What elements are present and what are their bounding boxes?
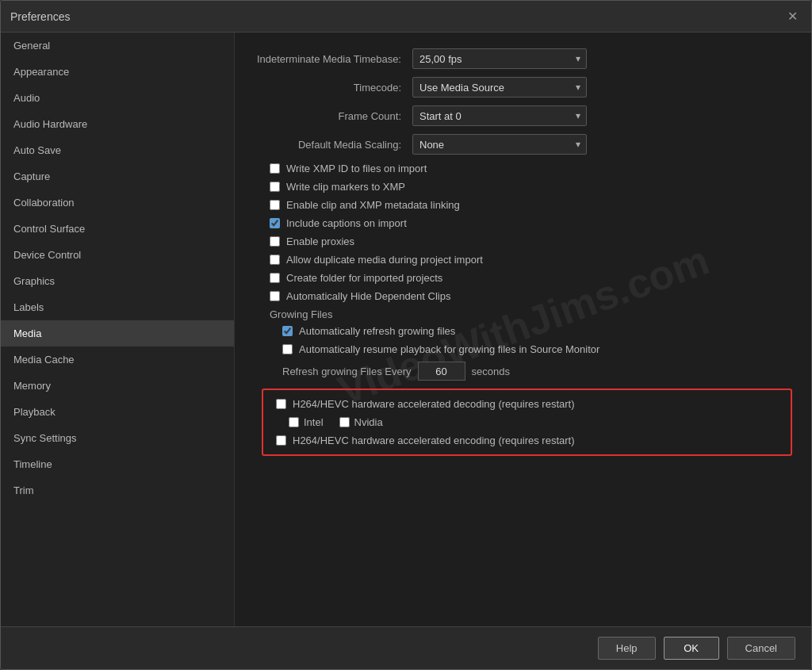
metadata-linking-label: Enable clip and XMP metadata linking <box>286 199 460 211</box>
sidebar-item-sync-settings[interactable]: Sync Settings <box>1 425 234 451</box>
sidebar-item-appearance[interactable]: Appearance <box>1 59 234 85</box>
scaling-row: Default Media Scaling: None <box>254 134 792 155</box>
refresh-row: Refresh growing Files Every seconds <box>254 362 792 381</box>
intel-label: Intel <box>304 416 324 428</box>
checkbox-hw-decode: H264/HEVC hardware accelerated decoding … <box>273 398 781 410</box>
indeterminate-row: Indeterminate Media Timebase: 25,00 fps <box>254 48 792 69</box>
growing-files-section: Growing Files Automatically refresh grow… <box>254 308 792 381</box>
seconds-label: seconds <box>472 366 510 377</box>
create-folder-checkbox[interactable] <box>270 273 280 283</box>
help-button[interactable]: Help <box>598 637 656 660</box>
checkbox-duplicate-media: Allow duplicate media during project imp… <box>254 254 792 266</box>
close-button[interactable]: ✕ <box>783 7 802 26</box>
dialog-title: Preferences <box>10 10 783 23</box>
intel-checkbox[interactable] <box>289 417 299 427</box>
checkbox-auto-resume: Automatically resume playback for growin… <box>254 343 792 355</box>
ok-button[interactable]: OK <box>664 637 719 660</box>
auto-resume-checkbox[interactable] <box>282 344 293 354</box>
sidebar-item-general[interactable]: General <box>1 33 234 59</box>
frame-count-select[interactable]: Start at 0 <box>412 105 587 126</box>
scaling-select[interactable]: None <box>412 134 587 155</box>
intel-option: Intel <box>289 416 324 428</box>
duplicate-media-label: Allow duplicate media during project imp… <box>286 254 483 266</box>
indeterminate-label: Indeterminate Media Timebase: <box>254 53 412 65</box>
frame-count-label: Frame Count: <box>254 110 412 122</box>
nvidia-option: Nvidia <box>339 416 383 428</box>
auto-refresh-checkbox[interactable] <box>282 326 293 336</box>
auto-resume-label: Automatically resume playback for growin… <box>299 343 599 355</box>
clip-markers-checkbox[interactable] <box>270 182 280 192</box>
checkbox-proxies: Enable proxies <box>254 235 792 247</box>
duplicate-media-checkbox[interactable] <box>270 255 280 265</box>
scaling-select-wrap[interactable]: None <box>412 134 587 155</box>
preferences-dialog: Preferences ✕ GeneralAppearanceAudioAudi… <box>0 0 812 670</box>
arrow-decode-icon <box>235 400 242 422</box>
proxies-label: Enable proxies <box>286 235 354 247</box>
checkbox-clip-markers: Write clip markers to XMP <box>254 181 792 193</box>
checkbox-hide-dependent: Automatically Hide Dependent Clips <box>254 290 792 302</box>
create-folder-label: Create folder for imported projects <box>286 272 442 284</box>
checkbox-hw-encode: H264/HEVC hardware accelerated encoding … <box>273 435 781 446</box>
checkbox-auto-refresh: Automatically refresh growing files <box>254 325 792 337</box>
timecode-select[interactable]: Use Media Source <box>412 77 587 98</box>
sidebar-item-media[interactable]: Media <box>1 320 234 346</box>
scaling-label: Default Media Scaling: <box>254 139 412 151</box>
sidebar-item-audio-hardware[interactable]: Audio Hardware <box>1 111 234 137</box>
checkbox-create-folder: Create folder for imported projects <box>254 272 792 284</box>
title-bar: Preferences ✕ <box>1 1 811 33</box>
xmp-id-checkbox[interactable] <box>270 163 280 174</box>
auto-refresh-label: Automatically refresh growing files <box>299 325 455 337</box>
sidebar-item-graphics[interactable]: Graphics <box>1 268 234 294</box>
sidebar-item-labels[interactable]: Labels <box>1 294 234 320</box>
footer: Help OK Cancel <box>1 626 811 669</box>
hw-decode-label: H264/HEVC hardware accelerated decoding … <box>293 398 575 410</box>
refresh-input[interactable] <box>418 362 465 381</box>
growing-files-label: Growing Files <box>254 308 792 320</box>
timecode-row: Timecode: Use Media Source <box>254 77 792 98</box>
hide-dependent-label: Automatically Hide Dependent Clips <box>286 290 450 302</box>
indeterminate-select-wrap[interactable]: 25,00 fps <box>412 48 587 69</box>
sidebar-item-capture[interactable]: Capture <box>1 163 234 190</box>
checkbox-metadata-linking: Enable clip and XMP metadata linking <box>254 199 792 211</box>
refresh-label: Refresh growing Files Every <box>282 366 412 377</box>
content-area: GeneralAppearanceAudioAudio HardwareAuto… <box>1 33 811 626</box>
hw-encode-label: H264/HEVC hardware accelerated encoding … <box>293 435 575 446</box>
proxies-checkbox[interactable] <box>270 236 280 247</box>
clip-markers-label: Write clip markers to XMP <box>286 181 405 193</box>
arrow-encode-icon <box>235 442 242 465</box>
nvidia-label: Nvidia <box>354 416 383 428</box>
sidebar-item-auto-save[interactable]: Auto Save <box>1 137 234 163</box>
timecode-select-wrap[interactable]: Use Media Source <box>412 77 587 98</box>
checkbox-xmp-id: Write XMP ID to files on import <box>254 163 792 174</box>
sidebar-item-device-control[interactable]: Device Control <box>1 242 234 268</box>
frame-count-row: Frame Count: Start at 0 <box>254 105 792 126</box>
sidebar-item-trim[interactable]: Trim <box>1 477 234 503</box>
captions-label: Include captions on import <box>286 217 407 229</box>
sidebar-item-memory[interactable]: Memory <box>1 373 234 399</box>
sidebar-item-timeline[interactable]: Timeline <box>1 451 234 477</box>
sidebar-item-collaboration[interactable]: Collaboration <box>1 190 234 216</box>
sidebar-item-audio[interactable]: Audio <box>1 85 234 111</box>
gpu-options-row: Intel Nvidia <box>273 416 781 428</box>
indeterminate-select[interactable]: 25,00 fps <box>412 48 587 69</box>
main-content: VideoWithJims.com Indeterminate Media Ti… <box>235 33 811 626</box>
hw-accel-highlight-box: H264/HEVC hardware accelerated decoding … <box>262 389 792 456</box>
timecode-label: Timecode: <box>254 82 412 94</box>
hw-decode-checkbox[interactable] <box>276 399 286 409</box>
hw-encode-checkbox[interactable] <box>276 435 286 446</box>
cancel-button[interactable]: Cancel <box>727 637 795 660</box>
sidebar-item-playback[interactable]: Playback <box>1 399 234 425</box>
nvidia-checkbox[interactable] <box>339 417 350 427</box>
sidebar: GeneralAppearanceAudioAudio HardwareAuto… <box>1 33 235 626</box>
xmp-id-label: Write XMP ID to files on import <box>286 163 427 174</box>
hide-dependent-checkbox[interactable] <box>270 291 280 301</box>
sidebar-item-control-surface[interactable]: Control Surface <box>1 216 234 242</box>
metadata-linking-checkbox[interactable] <box>270 200 280 210</box>
frame-count-select-wrap[interactable]: Start at 0 <box>412 105 587 126</box>
checkbox-captions: Include captions on import <box>254 217 792 229</box>
sidebar-item-media-cache[interactable]: Media Cache <box>1 346 234 373</box>
captions-checkbox[interactable] <box>270 218 280 228</box>
hw-accel-section: H264/HEVC hardware accelerated decoding … <box>254 389 792 456</box>
